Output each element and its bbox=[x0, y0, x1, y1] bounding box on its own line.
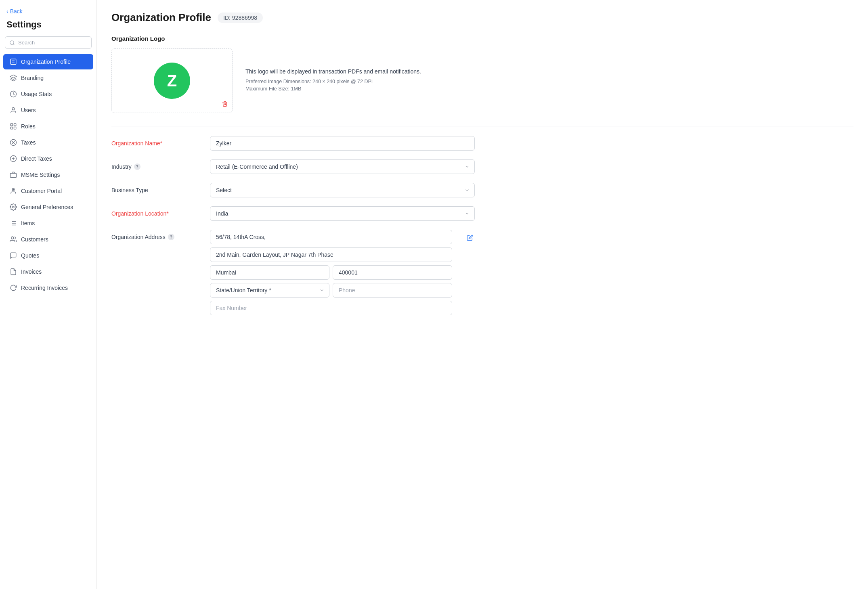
sidebar-item-label: Invoices bbox=[21, 268, 42, 275]
sidebar-item-label: Organization Profile bbox=[21, 59, 71, 65]
sidebar-item-direct-taxes[interactable]: Direct Taxes bbox=[3, 151, 93, 166]
logo-circle: Z bbox=[154, 63, 190, 99]
logo-info: This logo will be displayed in transacti… bbox=[245, 68, 421, 93]
sidebar-item-quotes[interactable]: Quotes bbox=[3, 248, 93, 263]
recurring-invoices-icon bbox=[10, 284, 17, 291]
address-help-icon[interactable]: ? bbox=[168, 234, 174, 240]
usage-stats-icon bbox=[10, 90, 17, 98]
svg-line-1 bbox=[13, 44, 15, 45]
sidebar-nav: Organization Profile Branding Usage Stat… bbox=[0, 54, 96, 296]
org-profile-icon bbox=[10, 58, 17, 65]
svg-rect-7 bbox=[10, 124, 13, 126]
sidebar-item-label: Customers bbox=[21, 236, 48, 243]
sidebar-item-general-prefs[interactable]: General Preferences bbox=[3, 199, 93, 215]
sidebar-item-msme[interactable]: MSME Settings bbox=[3, 167, 93, 182]
svg-rect-9 bbox=[10, 127, 13, 129]
logo-delete-button[interactable] bbox=[222, 101, 228, 109]
sidebar-item-branding[interactable]: Branding bbox=[3, 70, 93, 86]
search-box[interactable] bbox=[5, 36, 92, 49]
form-section: Organization Name* Industry ? Retail (E-… bbox=[111, 136, 475, 315]
business-type-label: Business Type bbox=[111, 183, 200, 193]
search-icon bbox=[9, 40, 15, 46]
sidebar-item-label: Usage Stats bbox=[21, 91, 52, 97]
logo-upload-box[interactable]: Z bbox=[111, 48, 233, 113]
sidebar-item-roles[interactable]: Roles bbox=[3, 119, 93, 134]
svg-point-6 bbox=[12, 107, 15, 110]
logo-letter: Z bbox=[167, 72, 177, 90]
customers-icon bbox=[10, 236, 17, 243]
address-edit-button[interactable] bbox=[465, 231, 475, 246]
org-address-label: Organization Address ? bbox=[111, 230, 200, 240]
id-badge: ID: 92886998 bbox=[218, 13, 263, 23]
logo-info-size: Maximum File Size: 1MB bbox=[245, 86, 421, 92]
business-type-row: Business Type Select Sole Proprietor Par… bbox=[111, 183, 475, 197]
svg-rect-10 bbox=[14, 127, 16, 129]
logo-section: Organization Logo Z This logo will be di… bbox=[111, 35, 853, 113]
sidebar-item-invoices[interactable]: Invoices bbox=[3, 264, 93, 279]
industry-select[interactable]: Retail (E-Commerce and Offline) Technolo… bbox=[210, 159, 475, 174]
org-name-label: Organization Name* bbox=[111, 136, 200, 147]
address-line1-input[interactable] bbox=[210, 230, 452, 244]
general-prefs-icon bbox=[10, 203, 17, 211]
sidebar-item-taxes[interactable]: Taxes bbox=[3, 135, 93, 150]
logo-info-dimensions: Preferred Image Dimensions: 240 × 240 pi… bbox=[245, 79, 421, 84]
back-label: Back bbox=[10, 8, 23, 15]
sidebar-item-label: Taxes bbox=[21, 139, 36, 146]
org-location-row: Organization Location* India United Stat… bbox=[111, 206, 475, 221]
sidebar-item-usage-stats[interactable]: Usage Stats bbox=[3, 86, 93, 102]
page-title: Organization Profile bbox=[111, 11, 211, 24]
section-divider bbox=[111, 126, 853, 126]
svg-rect-14 bbox=[10, 173, 17, 178]
branding-icon bbox=[10, 74, 17, 82]
address-phone-input[interactable] bbox=[333, 283, 452, 298]
industry-help-icon[interactable]: ? bbox=[134, 163, 140, 170]
sidebar-item-customer-portal[interactable]: Customer Portal bbox=[3, 183, 93, 199]
org-location-label: Organization Location* bbox=[111, 206, 200, 217]
sidebar-item-label: General Preferences bbox=[21, 204, 73, 210]
org-location-select[interactable]: India United States United Kingdom bbox=[210, 206, 475, 221]
invoices-icon bbox=[10, 268, 17, 275]
address-zip-input[interactable] bbox=[333, 265, 452, 280]
address-line2-input[interactable] bbox=[210, 247, 452, 262]
address-state-select[interactable]: State/Union Territory * bbox=[210, 283, 329, 298]
sidebar-title: Settings bbox=[0, 18, 96, 36]
sidebar-item-label: Recurring Invoices bbox=[21, 285, 68, 291]
business-type-select[interactable]: Select Sole Proprietor Partnership LLC bbox=[210, 183, 475, 197]
industry-label: Industry ? bbox=[111, 159, 200, 170]
business-type-field: Select Sole Proprietor Partnership LLC bbox=[210, 183, 475, 197]
main-content: Organization Profile ID: 92886998 Organi… bbox=[97, 0, 868, 589]
industry-field: Retail (E-Commerce and Offline) Technolo… bbox=[210, 159, 475, 174]
svg-point-17 bbox=[13, 206, 15, 208]
org-location-field: India United States United Kingdom bbox=[210, 206, 475, 221]
address-city-input[interactable] bbox=[210, 265, 329, 280]
logo-info-main: This logo will be displayed in transacti… bbox=[245, 68, 421, 75]
page-header: Organization Profile ID: 92886998 bbox=[111, 11, 853, 24]
taxes-icon bbox=[10, 139, 17, 146]
sidebar-item-items[interactable]: Items bbox=[3, 216, 93, 231]
svg-rect-8 bbox=[14, 124, 16, 126]
sidebar: ‹ Back Settings Organization Profile Bra… bbox=[0, 0, 97, 589]
sidebar-item-org-profile[interactable]: Organization Profile bbox=[3, 54, 93, 69]
msme-icon bbox=[10, 171, 17, 178]
sidebar-item-customers[interactable]: Customers bbox=[3, 232, 93, 247]
roles-icon bbox=[10, 123, 17, 130]
industry-row: Industry ? Retail (E-Commerce and Offlin… bbox=[111, 159, 475, 174]
search-input[interactable] bbox=[18, 40, 87, 46]
sidebar-item-label: Users bbox=[21, 107, 36, 113]
org-name-input[interactable] bbox=[210, 136, 475, 151]
customer-portal-icon bbox=[10, 187, 17, 195]
back-button[interactable]: ‹ Back bbox=[0, 6, 96, 18]
address-fax-input[interactable] bbox=[210, 301, 452, 315]
sidebar-item-users[interactable]: Users bbox=[3, 103, 93, 118]
logo-section-title: Organization Logo bbox=[111, 35, 853, 42]
sidebar-item-label: Customer Portal bbox=[21, 188, 62, 194]
svg-point-0 bbox=[10, 40, 14, 44]
address-inputs: State/Union Territory * bbox=[210, 230, 452, 315]
org-name-field bbox=[210, 136, 475, 151]
svg-point-24 bbox=[11, 237, 14, 239]
sidebar-item-recurring-invoices[interactable]: Recurring Invoices bbox=[3, 280, 93, 296]
users-icon bbox=[10, 107, 17, 114]
svg-rect-2 bbox=[10, 59, 16, 65]
sidebar-item-label: Quotes bbox=[21, 252, 39, 259]
sidebar-item-label: Branding bbox=[21, 75, 44, 81]
